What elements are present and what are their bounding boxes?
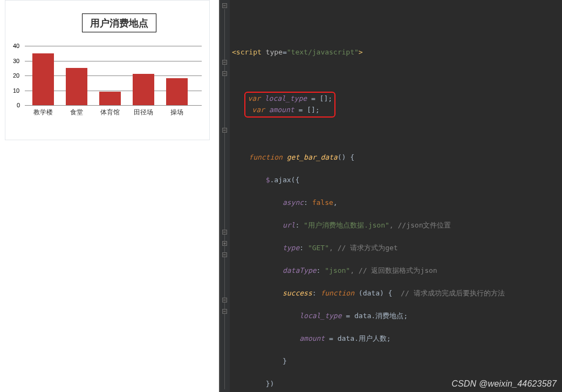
- code-editor[interactable]: <script type="text/javascript"> var loca…: [219, 0, 562, 392]
- bar: [133, 74, 154, 105]
- highlight-vars: var local_type = []; var amount = [];: [244, 92, 335, 118]
- gutter: [220, 0, 230, 392]
- chart-title: 用户消费地点: [82, 13, 156, 32]
- x-tick: 教学楼: [32, 108, 54, 117]
- fold-icon[interactable]: [222, 252, 227, 257]
- chart-plot-area: 40 30 20 10 0 教学楼 食堂 体育馆 田径场 操场: [25, 34, 203, 120]
- y-tick: 10: [13, 87, 19, 94]
- bar: [32, 53, 54, 105]
- x-axis-labels: 教学楼 食堂 体育馆 田径场 操场: [25, 108, 202, 117]
- bars: [25, 46, 202, 105]
- fold-icon[interactable]: [222, 230, 227, 235]
- fold-icon[interactable]: [222, 309, 227, 314]
- y-tick: 40: [13, 43, 19, 49]
- fold-icon[interactable]: [222, 241, 227, 246]
- y-tick: 20: [13, 72, 19, 79]
- watermark: CSDN @weixin_44623587: [451, 379, 557, 389]
- chart-panel: 用户消费地点 40 30 20 10 0 教学楼 食堂 体育馆 田径场 操场: [5, 0, 210, 140]
- bar: [99, 92, 121, 105]
- fold-icon[interactable]: [222, 298, 227, 302]
- x-tick: 田径场: [133, 108, 154, 117]
- code-content[interactable]: <script type="text/javascript"> var loca…: [230, 35, 562, 392]
- bar: [66, 68, 87, 105]
- y-tick: 30: [13, 58, 19, 64]
- y-tick: 0: [17, 102, 20, 108]
- x-tick: 体育馆: [99, 108, 121, 117]
- bar: [166, 78, 188, 105]
- fold-icon[interactable]: [222, 3, 227, 8]
- x-tick: 操场: [166, 108, 188, 117]
- fold-icon[interactable]: [222, 60, 227, 65]
- fold-icon[interactable]: [222, 128, 227, 133]
- fold-icon[interactable]: [222, 71, 227, 76]
- x-tick: 食堂: [66, 108, 87, 117]
